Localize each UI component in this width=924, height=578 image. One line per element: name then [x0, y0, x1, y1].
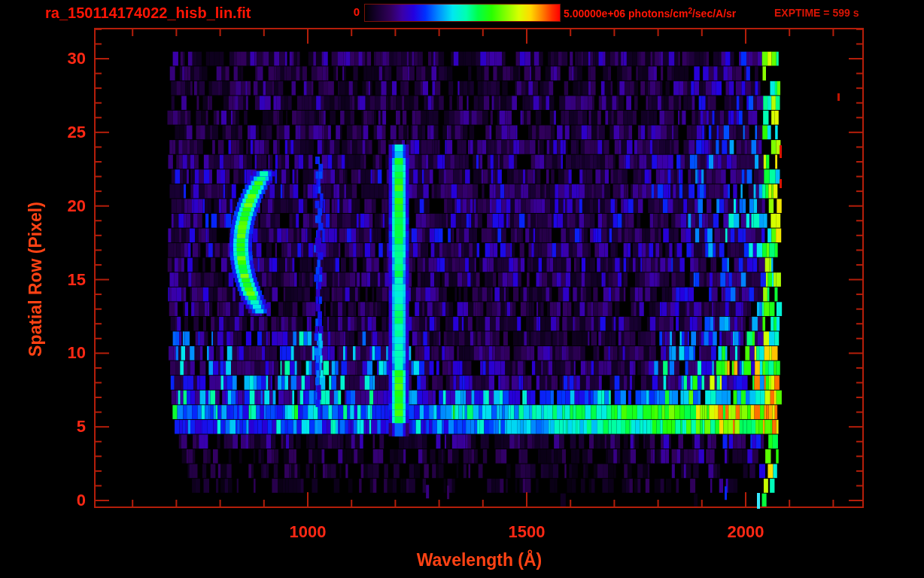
y-tick-label: 30 [41, 50, 86, 68]
y-tick-label: 0 [41, 491, 86, 510]
stray-red-pixel [780, 145, 782, 158]
file-title: ra_150114174022_hisb_lin.fit [45, 5, 251, 22]
y-tick-label: 25 [41, 123, 86, 141]
colorbar-min-label: 0 [331, 5, 360, 18]
colorbar-max-units: /sec/A/sr [692, 8, 736, 20]
y-tick-label: 5 [41, 418, 86, 436]
exptime-label: EXPTIME = 599 s [774, 7, 859, 19]
x-axis-label: Wavelength (Å) [389, 550, 570, 570]
x-tick-label: 2000 [701, 522, 791, 542]
y-tick-label: 20 [41, 197, 86, 215]
stray-cyan-pixel [757, 493, 760, 509]
stray-red-pixel [837, 93, 840, 101]
colorbar [364, 4, 561, 22]
x-tick-label: 1000 [263, 522, 353, 542]
x-tick-label: 1500 [482, 522, 572, 542]
y-tick-label: 15 [41, 271, 86, 289]
plot-frame [0, 0, 924, 578]
y-tick-label: 10 [41, 344, 86, 362]
stray-red-pixel [780, 179, 782, 188]
colorbar-max-value: 5.00000e+06 photons/cm [564, 8, 688, 20]
spectrograph-quicklook-window: ra_150114174022_hisb_lin.fit 0 5.00000e+… [0, 0, 924, 578]
colorbar-max-label: 5.00000e+06 photons/cm2/sec/A/sr [564, 7, 736, 20]
